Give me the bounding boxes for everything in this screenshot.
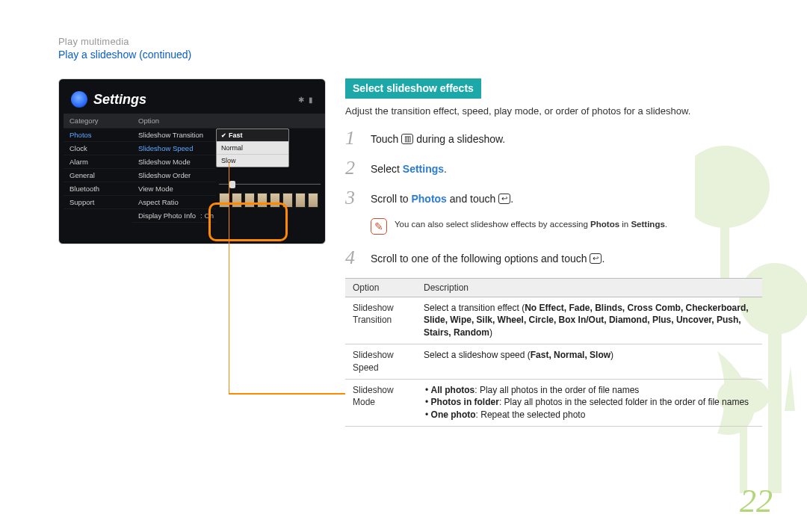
category-clock[interactable]: Clock <box>64 142 132 155</box>
page-number: 22 <box>740 482 773 520</box>
category-photos[interactable]: Photos <box>64 129 132 142</box>
option-list: Slideshow Transition Slideshow Speed Sli… <box>132 129 216 239</box>
category-list: Photos Clock Alarm General Bluetooth Sup… <box>64 129 132 239</box>
breadcrumb: Play multimedia <box>58 36 762 47</box>
callout-highlight <box>208 202 288 241</box>
step-2: 2 Select Settings. <box>345 158 762 178</box>
speed-option-fast[interactable]: ✔Fast <box>217 129 288 142</box>
callout-connector <box>229 162 345 395</box>
speed-option-normal[interactable]: Normal <box>217 142 288 155</box>
step-1: 1 Touch ▥ during a slideshow. <box>345 129 762 148</box>
section-subtitle: Play a slideshow (continued) <box>58 49 762 61</box>
options-table: Option Description Slideshow Transition … <box>345 278 762 427</box>
enter-icon <box>590 253 602 264</box>
option-slideshow-order[interactable]: Slideshow Order <box>132 169 216 182</box>
menu-icon: ▥ <box>401 134 413 144</box>
table-header-description: Description <box>416 278 762 297</box>
option-view-mode[interactable]: View Mode <box>132 182 216 196</box>
section-heading: Select slideshow effects <box>345 78 481 99</box>
table-header-option: Option <box>345 278 416 297</box>
settings-gear-icon <box>71 91 87 108</box>
table-row: Slideshow Transition Select a transition… <box>345 297 762 344</box>
settings-screenshot: Settings ✱ ▮ Category Option Photos Cloc… <box>58 78 326 244</box>
note-icon: ✎ <box>371 218 387 235</box>
step-4: 4 Scroll to one of the following options… <box>345 248 762 267</box>
category-alarm[interactable]: Alarm <box>64 155 132 169</box>
option-aspect-ratio[interactable]: Aspect Ratio <box>132 196 216 209</box>
category-bluetooth[interactable]: Bluetooth <box>64 182 132 196</box>
enter-icon <box>498 194 510 204</box>
settings-title: Settings <box>93 92 146 108</box>
column-header-category: Category <box>64 114 132 129</box>
table-row: Slideshow Mode All photos: Play all phot… <box>345 379 762 426</box>
step-3: 3 Scroll to Photos and touch . <box>345 188 762 208</box>
option-slideshow-transition[interactable]: Slideshow Transition <box>132 129 216 142</box>
category-support[interactable]: Support <box>64 196 132 209</box>
column-header-option: Option <box>132 114 216 129</box>
battery-icon: ▮ <box>309 96 313 104</box>
option-display-photo-info[interactable]: Display Photo Info: On <box>132 209 216 223</box>
note-row: ✎ You can also select slideshow effects … <box>371 218 762 235</box>
category-general[interactable]: General <box>64 169 132 182</box>
option-slideshow-speed[interactable]: Slideshow Speed <box>132 142 216 155</box>
table-row: Slideshow Speed Select a slideshow speed… <box>345 344 762 379</box>
option-slideshow-mode[interactable]: Slideshow Mode <box>132 155 216 169</box>
bluetooth-icon: ✱ <box>298 96 304 104</box>
section-intro: Adjust the transition effect, speed, pla… <box>345 105 762 118</box>
column-header-blank <box>216 114 325 129</box>
